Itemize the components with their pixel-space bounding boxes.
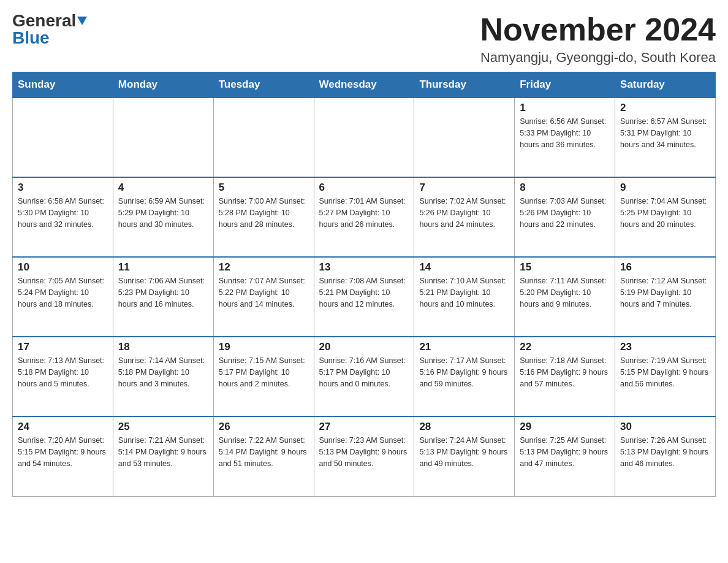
day-info: Sunrise: 7:10 AM Sunset: 5:21 PM Dayligh… [419,275,509,310]
day-info: Sunrise: 7:17 AM Sunset: 5:16 PM Dayligh… [419,355,509,389]
calendar-day-cell: 7Sunrise: 7:02 AM Sunset: 5:26 PM Daylig… [414,177,515,257]
day-info: Sunrise: 7:19 AM Sunset: 5:15 PM Dayligh… [620,355,710,389]
day-number: 26 [219,421,309,433]
day-info: Sunrise: 7:13 AM Sunset: 5:18 PM Dayligh… [18,355,108,389]
day-number: 16 [620,261,710,274]
calendar-day-cell: 29Sunrise: 7:25 AM Sunset: 5:13 PM Dayli… [515,416,615,496]
day-number: 23 [620,341,710,353]
day-number: 14 [419,261,509,274]
calendar-day-cell [414,98,515,177]
calendar-day-cell: 30Sunrise: 7:26 AM Sunset: 5:13 PM Dayli… [615,416,716,496]
day-info: Sunrise: 7:06 AM Sunset: 5:23 PM Dayligh… [118,275,208,310]
day-number: 10 [18,261,108,274]
day-number: 25 [118,421,208,433]
day-number: 5 [219,182,309,194]
day-info: Sunrise: 7:00 AM Sunset: 5:28 PM Dayligh… [219,196,309,230]
calendar-day-cell: 20Sunrise: 7:16 AM Sunset: 5:17 PM Dayli… [314,337,414,416]
day-number: 29 [520,421,610,433]
day-number: 28 [419,421,509,433]
calendar-day-cell: 15Sunrise: 7:11 AM Sunset: 5:20 PM Dayli… [515,257,615,337]
month-year-title: November 2024 [480,12,716,47]
calendar-day-cell: 22Sunrise: 7:18 AM Sunset: 5:16 PM Dayli… [515,337,615,416]
calendar-day-cell: 17Sunrise: 7:13 AM Sunset: 5:18 PM Dayli… [13,337,113,416]
day-number: 20 [319,341,409,353]
calendar-day-cell: 21Sunrise: 7:17 AM Sunset: 5:16 PM Dayli… [414,337,515,416]
day-number: 21 [419,341,509,353]
day-info: Sunrise: 7:02 AM Sunset: 5:26 PM Dayligh… [419,196,509,230]
calendar-day-cell: 23Sunrise: 7:19 AM Sunset: 5:15 PM Dayli… [615,337,716,416]
calendar-header-row: SundayMondayTuesdayWednesdayThursdayFrid… [13,72,716,98]
day-of-week-header: Thursday [414,72,515,98]
logo: General Blue [12,12,87,47]
day-info: Sunrise: 6:58 AM Sunset: 5:30 PM Dayligh… [18,196,108,230]
calendar-day-cell: 28Sunrise: 7:24 AM Sunset: 5:13 PM Dayli… [414,416,515,496]
calendar-day-cell: 6Sunrise: 7:01 AM Sunset: 5:27 PM Daylig… [314,177,414,257]
day-of-week-header: Sunday [13,72,113,98]
day-number: 18 [118,341,208,353]
day-info: Sunrise: 7:23 AM Sunset: 5:13 PM Dayligh… [319,435,409,469]
calendar-day-cell: 9Sunrise: 7:04 AM Sunset: 5:25 PM Daylig… [615,177,716,257]
calendar-day-cell: 25Sunrise: 7:21 AM Sunset: 5:14 PM Dayli… [113,416,213,496]
logo-general-text: General [12,12,76,29]
calendar-day-cell: 13Sunrise: 7:08 AM Sunset: 5:21 PM Dayli… [314,257,414,337]
day-number: 15 [520,261,610,274]
calendar-week-row: 24Sunrise: 7:20 AM Sunset: 5:15 PM Dayli… [13,416,716,496]
day-number: 19 [219,341,309,353]
day-info: Sunrise: 7:12 AM Sunset: 5:19 PM Dayligh… [620,275,710,310]
location-subtitle: Namyangju, Gyeonggi-do, South Korea [480,50,716,66]
day-info: Sunrise: 7:05 AM Sunset: 5:24 PM Dayligh… [18,275,108,310]
logo-blue-text: Blue [12,29,50,47]
day-info: Sunrise: 7:11 AM Sunset: 5:20 PM Dayligh… [520,275,610,310]
day-info: Sunrise: 7:14 AM Sunset: 5:18 PM Dayligh… [118,355,208,389]
day-info: Sunrise: 7:04 AM Sunset: 5:25 PM Dayligh… [620,196,710,230]
calendar-day-cell: 4Sunrise: 6:59 AM Sunset: 5:29 PM Daylig… [113,177,213,257]
calendar-day-cell: 16Sunrise: 7:12 AM Sunset: 5:19 PM Dayli… [615,257,716,337]
calendar-week-row: 17Sunrise: 7:13 AM Sunset: 5:18 PM Dayli… [13,337,716,416]
day-number: 4 [118,182,208,194]
calendar-day-cell: 27Sunrise: 7:23 AM Sunset: 5:13 PM Dayli… [314,416,414,496]
day-number: 1 [520,102,610,114]
day-info: Sunrise: 7:26 AM Sunset: 5:13 PM Dayligh… [620,435,710,469]
calendar-table: SundayMondayTuesdayWednesdayThursdayFrid… [12,72,716,497]
calendar-week-row: 10Sunrise: 7:05 AM Sunset: 5:24 PM Dayli… [13,257,716,337]
title-block: November 2024 Namyangju, Gyeonggi-do, So… [480,12,716,66]
calendar-day-cell [213,98,314,177]
day-number: 7 [419,182,509,194]
calendar-day-cell [13,98,113,177]
day-of-week-header: Wednesday [314,72,414,98]
calendar-day-cell: 24Sunrise: 7:20 AM Sunset: 5:15 PM Dayli… [13,416,113,496]
day-info: Sunrise: 7:01 AM Sunset: 5:27 PM Dayligh… [319,196,409,230]
day-info: Sunrise: 6:56 AM Sunset: 5:33 PM Dayligh… [520,116,610,150]
calendar-day-cell: 2Sunrise: 6:57 AM Sunset: 5:31 PM Daylig… [615,98,716,177]
day-info: Sunrise: 7:07 AM Sunset: 5:22 PM Dayligh… [219,275,309,310]
day-info: Sunrise: 7:18 AM Sunset: 5:16 PM Dayligh… [520,355,610,389]
day-info: Sunrise: 7:15 AM Sunset: 5:17 PM Dayligh… [219,355,309,389]
calendar-day-cell: 26Sunrise: 7:22 AM Sunset: 5:14 PM Dayli… [213,416,314,496]
day-of-week-header: Friday [515,72,615,98]
day-info: Sunrise: 7:21 AM Sunset: 5:14 PM Dayligh… [118,435,208,469]
calendar-day-cell: 18Sunrise: 7:14 AM Sunset: 5:18 PM Dayli… [113,337,213,416]
day-info: Sunrise: 7:08 AM Sunset: 5:21 PM Dayligh… [319,275,409,310]
day-number: 3 [18,182,108,194]
day-info: Sunrise: 7:24 AM Sunset: 5:13 PM Dayligh… [419,435,509,469]
calendar-day-cell: 10Sunrise: 7:05 AM Sunset: 5:24 PM Dayli… [13,257,113,337]
day-number: 2 [620,102,710,114]
calendar-day-cell: 3Sunrise: 6:58 AM Sunset: 5:30 PM Daylig… [13,177,113,257]
calendar-day-cell: 19Sunrise: 7:15 AM Sunset: 5:17 PM Dayli… [213,337,314,416]
calendar-day-cell [314,98,414,177]
day-info: Sunrise: 6:57 AM Sunset: 5:31 PM Dayligh… [620,116,710,150]
day-info: Sunrise: 7:03 AM Sunset: 5:26 PM Dayligh… [520,196,610,230]
day-number: 12 [219,261,309,274]
calendar-day-cell [113,98,213,177]
logo-triangle-icon [77,17,87,25]
day-info: Sunrise: 7:20 AM Sunset: 5:15 PM Dayligh… [18,435,108,469]
day-number: 30 [620,421,710,433]
day-of-week-header: Tuesday [213,72,314,98]
day-of-week-header: Saturday [615,72,716,98]
day-number: 6 [319,182,409,194]
day-number: 24 [18,421,108,433]
day-of-week-header: Monday [113,72,213,98]
day-number: 13 [319,261,409,274]
page-header: General Blue November 2024 Namyangju, Gy… [12,12,716,66]
calendar-day-cell: 8Sunrise: 7:03 AM Sunset: 5:26 PM Daylig… [515,177,615,257]
